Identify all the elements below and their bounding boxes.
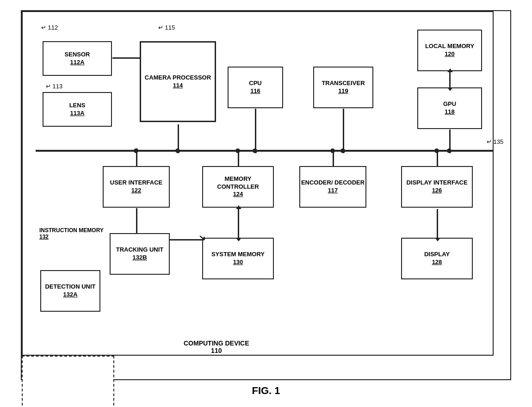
display-label: DISPLAY: [424, 251, 450, 259]
gpu-box: GPU 118: [417, 87, 482, 129]
sensor-ref: 112A: [70, 59, 84, 67]
diagram: ↵ 112 ↵ 113 SENSOR 112A LENS 113A ↵ 115 …: [21, 10, 511, 380]
computing-device-label: COMPUTING DEVICE 110: [184, 339, 249, 354]
computing-device-text: COMPUTING DEVICE: [184, 339, 249, 347]
instruction-memory-label-area: INSTRUCTION MEMORY 132: [39, 227, 104, 240]
computing-device-ref: 110: [211, 347, 222, 354]
mc-to-bus: [238, 152, 239, 166]
local-memory-ref: 120: [445, 50, 455, 58]
memory-controller-label: MEMORY CONTROLLER: [203, 175, 273, 191]
di-to-bus: [437, 152, 438, 166]
lens-label: LENS: [69, 102, 86, 110]
sm-to-mc: [238, 209, 239, 238]
camera-processor-ref: 114: [173, 82, 183, 90]
instruction-memory-ref: 132: [39, 234, 49, 240]
camera-processor-box: CAMERA PROCESSOR 114: [140, 41, 216, 122]
user-interface-box: USER INTERFACE 122: [103, 166, 170, 208]
gpu-ref: 118: [445, 108, 455, 116]
user-interface-ref: 122: [131, 187, 142, 195]
encoder-decoder-label: ENCODER/ DECODER: [301, 179, 365, 187]
encoder-decoder-box: ENCODER/ DECODER 117: [299, 166, 366, 208]
system-memory-label: SYSTEM MEMORY: [211, 251, 265, 259]
sensor-to-camera-h: [112, 57, 140, 59]
gpu-label: GPU: [443, 100, 456, 108]
local-memory-box: LOCAL MEMORY 120: [417, 30, 482, 71]
bus-dot-transceiver: [340, 148, 345, 153]
display-to-di: [437, 209, 438, 238]
cpu-ref: 116: [250, 87, 260, 95]
transceiver-label: TRANSCEIVER: [322, 80, 365, 87]
local-memory-label: LOCAL MEMORY: [425, 43, 474, 50]
ref-135-label: ↵ 135: [487, 138, 503, 145]
local-memory-gpu-arrow: [449, 72, 451, 87]
bus-dot-mc: [235, 148, 240, 153]
system-memory-ref: 130: [233, 259, 243, 266]
ui-to-tracking: [136, 208, 137, 233]
camera-to-bus: [178, 124, 179, 150]
lens-box: LENS 113A: [43, 92, 112, 127]
enc-to-bus: [333, 152, 334, 166]
detection-unit-box: DETECTION UNIT 132A: [40, 270, 100, 312]
user-interface-label: USER INTERFACE: [110, 179, 162, 187]
tracking-unit-box: TRACKING UNIT 132B: [110, 233, 170, 275]
memory-controller-ref: 124: [233, 191, 243, 198]
bus-dot-cpu: [253, 148, 257, 153]
detection-unit-label: DETECTION UNIT: [45, 283, 95, 291]
sensor-label: SENSOR: [65, 51, 90, 59]
ref-115-label: ↵ 115: [158, 24, 175, 31]
display-interface-box: DISPLAY INTERFACE 126: [401, 166, 473, 208]
transceiver-ref: 119: [338, 87, 348, 95]
bus-line: [36, 150, 494, 152]
ui-to-bus: [136, 152, 137, 166]
bus-dot-camera: [175, 148, 180, 153]
memory-controller-box: MEMORY CONTROLLER 124: [202, 166, 274, 208]
system-memory-box: SYSTEM MEMORY 130: [202, 238, 274, 279]
tracking-unit-ref: 132B: [132, 254, 147, 262]
sensor-box: SENSOR 112A: [43, 41, 112, 76]
fig-label: FIG. 1: [252, 385, 280, 397]
encoder-decoder-ref: 117: [328, 187, 338, 195]
ref-113-label: ↵ 113: [46, 83, 62, 90]
ref-112-label: ↵ 112: [41, 24, 58, 31]
gpu-to-bus: [449, 130, 451, 150]
bus-dot-ui: [134, 148, 138, 153]
bus-dot-gpu: [447, 148, 452, 153]
bus-dot-enc: [330, 148, 335, 153]
display-interface-ref: 126: [432, 187, 442, 195]
lens-ref: 113A: [70, 110, 84, 117]
bus-dot-di: [434, 148, 439, 153]
cpu-label: CPU: [249, 80, 261, 87]
cpu-to-bus: [255, 109, 256, 150]
display-ref: 128: [432, 259, 442, 266]
sensor-group-border: [22, 356, 114, 407]
display-interface-label: DISPLAY INTERFACE: [406, 179, 467, 187]
detection-unit-ref: 132A: [63, 291, 77, 299]
tracking-unit-label: TRACKING UNIT: [116, 246, 164, 254]
transceiver-to-bus: [343, 109, 344, 150]
camera-processor-label: CAMERA PROCESSOR: [145, 74, 211, 82]
instruction-memory-text: INSTRUCTION MEMORY: [39, 227, 104, 234]
cpu-box: CPU 116: [228, 67, 283, 108]
display-box: DISPLAY 128: [401, 238, 473, 279]
transceiver-box: TRANSCEIVER 119: [313, 67, 373, 108]
